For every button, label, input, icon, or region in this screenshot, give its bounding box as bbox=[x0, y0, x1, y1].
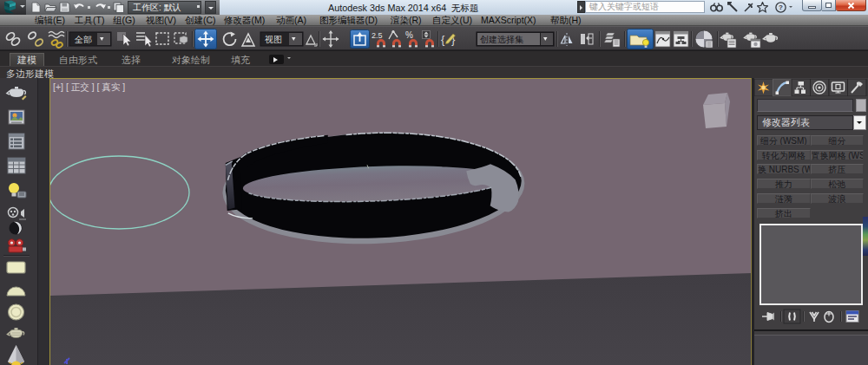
svg-text:[+] [ 正交 ] [ 真实 ]: [+] [ 正交 ] [ 真实 ] bbox=[53, 81, 125, 92]
svg-text:%: % bbox=[405, 30, 413, 40]
svg-text:?: ? bbox=[779, 3, 783, 11]
svg-text:创建选择集: 创建选择集 bbox=[480, 35, 523, 44]
svg-text:全部: 全部 bbox=[74, 35, 92, 44]
svg-text:视图: 视图 bbox=[265, 35, 282, 44]
svg-text:{: { bbox=[441, 33, 445, 46]
svg-text:2.5: 2.5 bbox=[372, 31, 383, 40]
